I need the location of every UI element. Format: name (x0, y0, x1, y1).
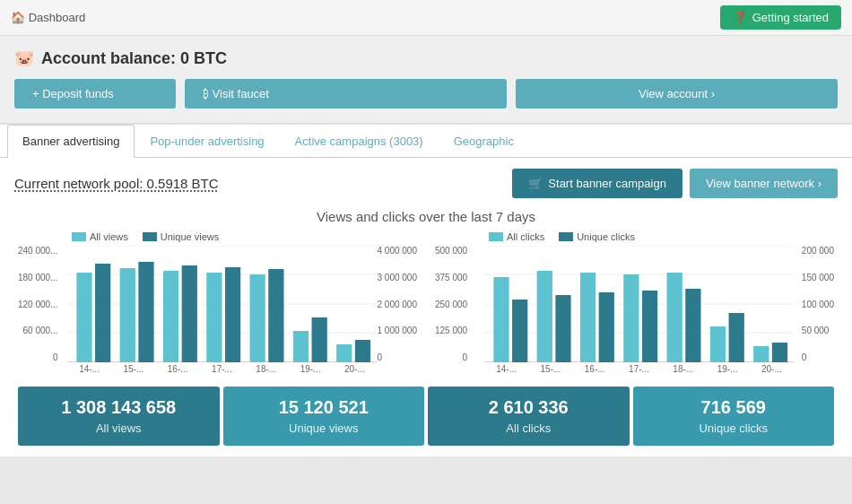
all-views-number: 1 308 143 658 (25, 397, 213, 418)
all-clicks-number: 2 610 336 (435, 397, 622, 418)
views-chart-svg (67, 246, 377, 362)
clicks-chart-area: 500 000 375 000 250 000 125 000 0 200 00… (484, 246, 794, 362)
clicks-chart: All clicks Unique clicks 500 000 375 000… (435, 231, 834, 374)
unique-clicks-legend: Unique clicks (559, 231, 635, 242)
chart-title: Views and clicks over the last 7 days (14, 209, 838, 224)
svg-rect-36 (753, 346, 769, 362)
getting-started-button[interactable]: ❓ Getting started (720, 5, 841, 30)
unique-views-label: Unique views (230, 421, 418, 435)
svg-rect-37 (772, 343, 787, 362)
svg-rect-24 (493, 277, 509, 362)
svg-rect-32 (667, 273, 682, 362)
svg-rect-25 (512, 300, 527, 362)
view-account-label: View account › (639, 87, 715, 100)
main-content: Banner advertising Pop-under advertising… (0, 124, 852, 456)
tab-geographic[interactable]: Geographic (439, 125, 529, 158)
svg-rect-31 (642, 291, 657, 362)
clicks-y-axis-left: 500 000 375 000 250 000 125 000 0 (435, 246, 467, 362)
account-buttons: + Deposit funds ₿ Visit faucet View acco… (14, 79, 838, 109)
deposit-button[interactable]: + Deposit funds (14, 79, 176, 109)
banner-top-row: Current network pool: 0.5918 BTC 🛒 Start… (14, 169, 838, 198)
svg-rect-27 (555, 295, 570, 362)
deposit-label: + Deposit funds (32, 87, 114, 100)
unique-clicks-stat: 716 569 Unique clicks (633, 387, 835, 446)
svg-rect-30 (623, 274, 639, 362)
view-network-button[interactable]: View banner network › (690, 169, 838, 198)
clicks-legend: All clicks Unique clicks (489, 231, 834, 242)
all-views-legend: All views (72, 231, 128, 242)
getting-started-label: Getting started (752, 11, 829, 24)
svg-rect-34 (710, 326, 726, 362)
start-campaign-label: Start banner campaign (548, 177, 666, 190)
svg-rect-6 (95, 264, 110, 362)
start-campaign-button[interactable]: 🛒 Start banner campaign (512, 169, 682, 198)
views-y-axis-left: 240 000... 180 000... 120 000... 60 000.… (18, 246, 57, 362)
svg-rect-14 (268, 269, 283, 362)
unique-views-color (143, 232, 157, 241)
svg-rect-8 (138, 262, 153, 362)
svg-rect-29 (599, 292, 614, 362)
network-pool-text: Current network pool: 0.5918 BTC (14, 176, 219, 191)
view-account-button[interactable]: View account › (516, 79, 838, 109)
unique-views-stat: 15 120 521 Unique views (223, 387, 425, 446)
question-icon: ❓ (733, 11, 747, 24)
svg-rect-17 (336, 344, 352, 362)
top-nav: 🏠 Dashboard ❓ Getting started (0, 0, 852, 36)
svg-rect-10 (182, 265, 197, 362)
unique-clicks-color (559, 232, 573, 241)
views-legend: All views Unique views (72, 231, 417, 242)
all-views-stat: 1 308 143 658 All views (18, 387, 220, 446)
banner-actions: 🛒 Start banner campaign View banner netw… (512, 169, 838, 198)
unique-views-legend: Unique views (143, 231, 219, 242)
svg-rect-26 (537, 271, 552, 362)
svg-rect-12 (225, 267, 240, 362)
svg-rect-13 (250, 274, 265, 362)
all-clicks-stat: 2 610 336 All clicks (428, 387, 630, 446)
svg-rect-16 (312, 317, 327, 362)
unique-views-number: 15 120 521 (230, 397, 418, 418)
all-clicks-color (489, 232, 503, 241)
account-section: 🐷 Account balance: 0 BTC + Deposit funds… (0, 36, 852, 124)
balance-text: Account balance: 0 BTC (41, 49, 227, 68)
breadcrumb-label: Dashboard (29, 11, 86, 24)
all-clicks-legend: All clicks (489, 231, 544, 242)
stats-row: 1 308 143 658 All views 15 120 521 Uniqu… (14, 387, 838, 446)
all-clicks-label: All clicks (435, 421, 622, 435)
svg-rect-15 (293, 331, 309, 362)
breadcrumb: 🏠 Dashboard (11, 11, 85, 24)
cart-icon: 🛒 (528, 177, 543, 190)
clicks-y-axis-right: 200 000 150 000 100 000 50 000 0 (802, 246, 834, 362)
home-icon: 🏠 (11, 11, 25, 24)
views-x-axis: 14-... 15-... 16-... 17-... 18-... 19-..… (67, 364, 377, 374)
svg-rect-5 (76, 273, 91, 362)
tab-banner-advertising[interactable]: Banner advertising (7, 125, 135, 158)
views-chart: All views Unique views 240 000... 180 00… (18, 231, 417, 374)
svg-rect-28 (580, 273, 596, 362)
svg-rect-18 (355, 340, 370, 362)
clicks-x-axis: 14-... 15-... 16-... 17-... 18-... 19-..… (484, 364, 794, 374)
charts-container: All views Unique views 240 000... 180 00… (14, 231, 838, 374)
faucet-label: ₿ Visit faucet (203, 87, 269, 100)
piggy-icon: 🐷 (14, 48, 34, 68)
clicks-chart-svg (484, 246, 794, 362)
all-views-color (72, 232, 86, 241)
all-views-label: All views (25, 421, 213, 435)
account-balance: 🐷 Account balance: 0 BTC (14, 48, 838, 68)
views-y-axis-right: 4 000 000 3 000 000 2 000 000 1 000 000 … (378, 246, 418, 362)
svg-rect-11 (206, 273, 222, 362)
svg-rect-33 (685, 289, 700, 362)
unique-clicks-label: Unique clicks (640, 421, 828, 435)
svg-rect-35 (729, 313, 744, 362)
views-chart-area: 240 000... 180 000... 120 000... 60 000.… (67, 246, 377, 362)
tabs-bar: Banner advertising Pop-under advertising… (0, 125, 852, 158)
banner-section: Current network pool: 0.5918 BTC 🛒 Start… (0, 158, 852, 456)
tab-popunder-advertising[interactable]: Pop-under advertising (135, 125, 279, 158)
svg-rect-9 (163, 271, 178, 362)
tab-active-campaigns[interactable]: Active campaigns (3003) (280, 125, 439, 158)
view-network-label: View banner network › (706, 177, 822, 190)
unique-clicks-number: 716 569 (640, 397, 828, 418)
visit-faucet-button[interactable]: ₿ Visit faucet (185, 79, 507, 109)
svg-rect-7 (120, 268, 135, 362)
